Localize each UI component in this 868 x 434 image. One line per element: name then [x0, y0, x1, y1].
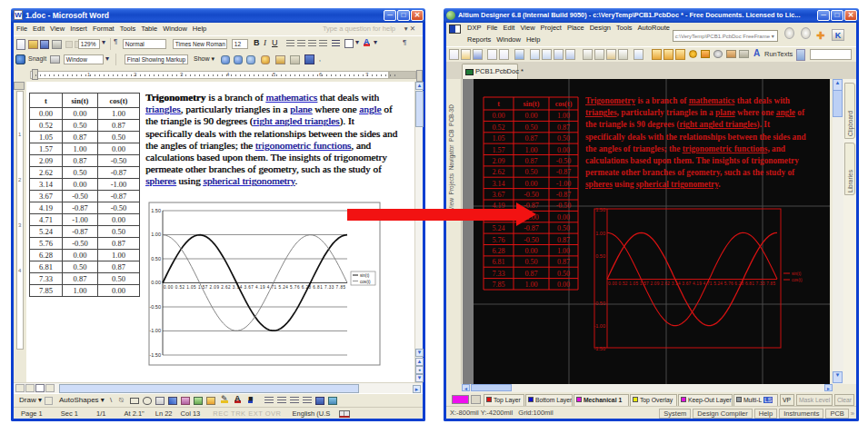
svg-text:0.50: 0.50: [525, 123, 538, 132]
svg-text:2.62: 2.62: [493, 168, 505, 176]
svg-text:-0.50: -0.50: [149, 304, 161, 310]
svg-text:-0.50: -0.50: [524, 236, 539, 244]
svg-text:7.33: 7.33: [493, 270, 505, 278]
svg-text:0.00: 0.00: [525, 247, 538, 255]
svg-text:-1.00: -1.00: [556, 180, 572, 188]
svg-text:0.87: 0.87: [557, 258, 570, 266]
svg-text:0.50: 0.50: [151, 256, 161, 261]
svg-text:0.50: 0.50: [525, 168, 538, 176]
svg-text:0.00: 0.00: [493, 112, 505, 120]
svg-text:5.76: 5.76: [493, 236, 505, 244]
svg-text:t: t: [497, 100, 500, 108]
svg-text:sin(t): sin(t): [524, 100, 540, 108]
svg-text:0.50: 0.50: [557, 224, 570, 232]
svg-text:1.50: 1.50: [151, 208, 161, 213]
svg-text:6.81: 6.81: [493, 258, 505, 266]
svg-text:-1.00: -1.00: [149, 328, 161, 333]
svg-text:7.85: 7.85: [493, 281, 505, 289]
svg-text:-1.50: -1.50: [149, 352, 161, 358]
svg-text:0.87: 0.87: [525, 134, 538, 143]
svg-text:0.00: 0.00: [525, 180, 538, 188]
svg-text:1.05: 1.05: [493, 134, 505, 143]
svg-text:1.00: 1.00: [525, 146, 538, 154]
svg-text:3.67: 3.67: [493, 191, 505, 199]
svg-text:1.00: 1.00: [151, 232, 161, 237]
svg-text:0.00: 0.00: [151, 280, 161, 285]
svg-text:1.00: 1.00: [595, 231, 605, 236]
svg-text:1.00: 1.00: [557, 112, 570, 120]
svg-text:2.09: 2.09: [493, 157, 505, 165]
svg-text:3.14: 3.14: [493, 180, 505, 188]
svg-text:0.52: 0.52: [493, 123, 505, 132]
svg-text:sin(t): sin(t): [360, 273, 370, 278]
svg-text:0.50: 0.50: [595, 253, 605, 259]
svg-text:0.00: 0.00: [557, 281, 570, 289]
svg-text:-1.00: -1.00: [594, 323, 605, 329]
svg-text:0.87: 0.87: [525, 157, 538, 165]
svg-text:0.87: 0.87: [557, 123, 570, 132]
svg-text:-0.50: -0.50: [594, 301, 605, 306]
svg-text:-0.50: -0.50: [556, 202, 572, 210]
svg-text:0.00: 0.00: [557, 146, 570, 154]
svg-text:1.00: 1.00: [525, 281, 538, 289]
svg-text:-0.87: -0.87: [556, 168, 572, 176]
svg-text:0.50: 0.50: [525, 258, 538, 266]
svg-text:5.24: 5.24: [493, 224, 505, 232]
svg-text:1.50: 1.50: [595, 207, 605, 212]
svg-text:sin(t): sin(t): [792, 271, 802, 276]
svg-text:cos(t): cos(t): [555, 100, 573, 108]
svg-text:-0.50: -0.50: [524, 191, 539, 199]
svg-text:0.00 0.52 1.05 1.57 2.09 2.62: 0.00 0.52 1.05 1.57 2.09 2.62 3.14 3.67 …: [164, 285, 345, 290]
svg-text:0.87: 0.87: [525, 270, 538, 278]
svg-text:6.28: 6.28: [493, 247, 505, 255]
svg-text:0.00 0.52 1.05 1.57 2.09 2.62: 0.00 0.52 1.05 1.57 2.09 2.62 3.14 3.67 …: [608, 281, 775, 286]
svg-text:cos(t): cos(t): [792, 278, 803, 282]
svg-text:0.50: 0.50: [557, 270, 570, 278]
svg-text:0.87: 0.87: [557, 236, 570, 244]
svg-text:0.00: 0.00: [525, 112, 538, 120]
svg-text:1.57: 1.57: [493, 146, 505, 154]
svg-text:cos(t): cos(t): [360, 280, 371, 284]
svg-text:-1.50: -1.50: [594, 346, 605, 351]
svg-text:1.00: 1.00: [557, 247, 570, 255]
svg-text:-0.87: -0.87: [556, 191, 572, 199]
svg-text:-0.50: -0.50: [556, 157, 572, 165]
svg-text:0.00: 0.00: [557, 213, 570, 222]
svg-text:0.50: 0.50: [557, 134, 570, 143]
